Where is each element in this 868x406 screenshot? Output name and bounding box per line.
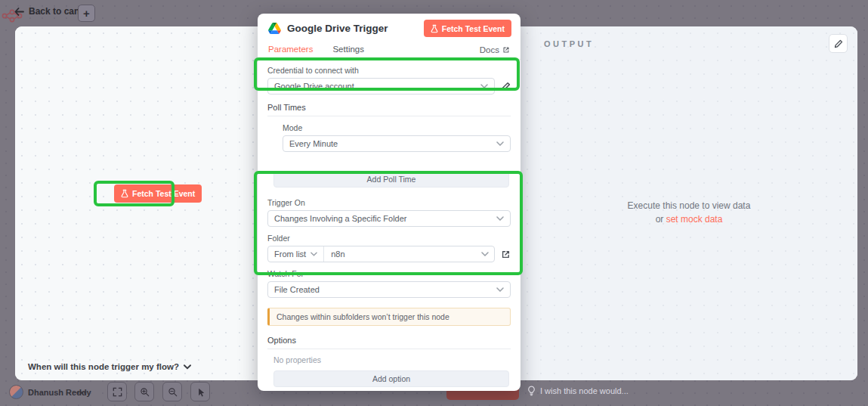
output-empty-line1: Execute this node to view data bbox=[520, 199, 857, 212]
chevron-down-icon bbox=[481, 252, 489, 256]
folder-label: Folder bbox=[267, 234, 511, 243]
wish-feedback-link[interactable]: I wish this node would... bbox=[527, 386, 629, 396]
options-empty-text: No properties bbox=[273, 355, 511, 364]
output-empty-state: Execute this node to view data or set mo… bbox=[520, 199, 857, 226]
folder-resource-locator[interactable]: From list n8n bbox=[267, 246, 495, 262]
fit-view-icon bbox=[113, 387, 122, 397]
credential-section: Credential to connect with Google Drive … bbox=[267, 66, 511, 95]
folder-value: n8n bbox=[324, 249, 481, 259]
lightbulb-icon bbox=[527, 386, 536, 396]
output-empty-line2: or set mock data bbox=[520, 212, 857, 226]
modal-header: Google Drive Trigger Fetch Test Event bbox=[258, 14, 520, 40]
modal-title: Google Drive Trigger bbox=[287, 23, 424, 34]
credential-label: Credential to connect with bbox=[267, 66, 511, 75]
chevron-down-icon bbox=[184, 364, 191, 370]
set-mock-data-link[interactable]: set mock data bbox=[666, 214, 723, 225]
canvas-fetch-test-event-button[interactable]: Fetch Test Event bbox=[114, 184, 202, 203]
modal-fetch-label: Fetch Test Event bbox=[442, 24, 505, 33]
add-node-button[interactable]: + bbox=[78, 5, 95, 22]
google-drive-trigger-modal: Google Drive Trigger Fetch Test Event Pa… bbox=[258, 14, 520, 391]
tab-parameters[interactable]: Parameters bbox=[268, 41, 313, 60]
reset-zoom-button[interactable] bbox=[190, 382, 210, 401]
add-poll-time-button[interactable]: Add Poll Time bbox=[273, 171, 509, 188]
watch-for-label: Watch For bbox=[267, 269, 511, 278]
output-pane-title: OUTPUT bbox=[544, 39, 594, 48]
trigger-on-section: Trigger On Changes Involving a Specific … bbox=[267, 198, 511, 298]
output-edit-button[interactable] bbox=[829, 34, 848, 53]
modal-tabs: Parameters Settings Docs bbox=[258, 40, 520, 60]
user-menu-ellipsis-icon[interactable]: ••• bbox=[76, 388, 88, 397]
flask-icon bbox=[121, 189, 128, 198]
credential-edit-pencil-icon[interactable] bbox=[501, 82, 511, 91]
cursor-pointer-icon bbox=[196, 387, 205, 397]
chevron-down-icon bbox=[480, 84, 488, 88]
trigger-help-toggle[interactable]: When will this node trigger my flow? bbox=[28, 362, 191, 371]
add-option-button[interactable]: Add option bbox=[273, 370, 509, 387]
credential-select[interactable]: Google Drive account bbox=[267, 78, 495, 95]
folder-mode-select[interactable]: From list bbox=[268, 246, 324, 262]
open-folder-external-link-icon[interactable] bbox=[501, 249, 511, 259]
chevron-down-icon bbox=[496, 141, 504, 146]
tab-settings[interactable]: Settings bbox=[332, 41, 364, 58]
zoom-in-button[interactable] bbox=[134, 382, 154, 401]
trigger-help-label: When will this node trigger my flow? bbox=[28, 362, 179, 371]
options-title: Options bbox=[267, 336, 511, 349]
zoom-out-icon bbox=[168, 387, 178, 397]
back-arrow-icon bbox=[14, 8, 24, 16]
external-link-icon bbox=[502, 46, 510, 54]
canvas-fetch-label: Fetch Test Event bbox=[132, 189, 195, 198]
wish-text: I wish this node would... bbox=[540, 386, 629, 395]
zoom-out-button[interactable] bbox=[162, 382, 182, 401]
flask-icon bbox=[431, 24, 438, 33]
google-drive-icon bbox=[268, 23, 281, 34]
trigger-on-select[interactable]: Changes Involving a Specific Folder bbox=[267, 210, 511, 227]
docs-link[interactable]: Docs bbox=[480, 45, 510, 54]
options-section: Options No properties Add option bbox=[267, 336, 511, 387]
user-avatar[interactable] bbox=[9, 385, 23, 399]
mode-select[interactable]: Every Minute bbox=[283, 135, 511, 152]
fit-view-button[interactable] bbox=[107, 382, 127, 401]
poll-times-section: Poll Times Mode Every Minute Add Poll Ti… bbox=[267, 103, 511, 188]
output-pane: OUTPUT Execute this node to view data or… bbox=[520, 26, 857, 380]
chevron-down-icon bbox=[496, 287, 504, 292]
watch-for-select[interactable]: File Created bbox=[267, 281, 511, 298]
modal-fetch-test-event-button[interactable]: Fetch Test Event bbox=[424, 20, 511, 37]
subfolder-notice: Changes within subfolders won’t trigger … bbox=[267, 308, 511, 326]
trigger-on-label: Trigger On bbox=[267, 198, 511, 207]
mode-label: Mode bbox=[283, 123, 511, 132]
chevron-down-icon bbox=[496, 216, 504, 221]
zoom-in-icon bbox=[140, 387, 150, 397]
poll-times-title: Poll Times bbox=[267, 103, 511, 116]
pencil-icon bbox=[834, 39, 843, 48]
parameters-panel: Credential to connect with Google Drive … bbox=[258, 60, 520, 387]
